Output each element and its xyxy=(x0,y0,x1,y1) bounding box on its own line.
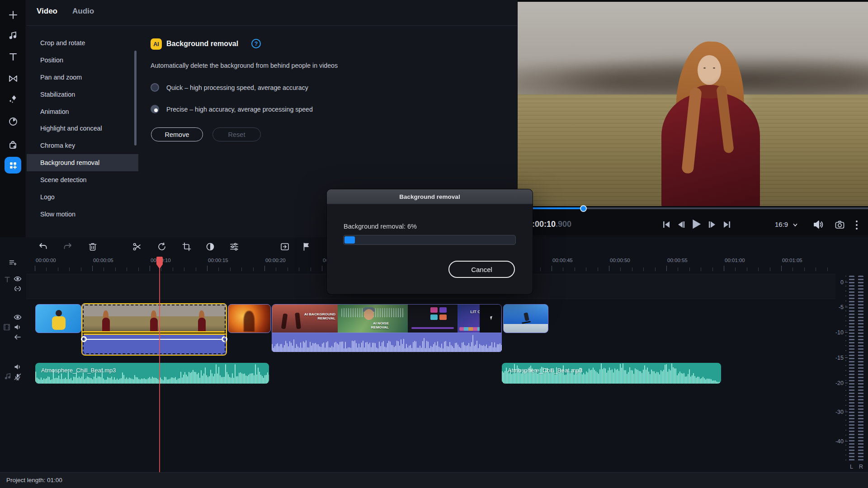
radio-quick[interactable] xyxy=(151,83,159,92)
ai-badge: AI xyxy=(151,38,162,50)
aspect-chevron-icon[interactable] xyxy=(793,222,798,228)
meter-label: -15 xyxy=(831,355,844,361)
dialog-title-bar[interactable]: Background removal xyxy=(327,189,533,204)
video-clip-5[interactable] xyxy=(503,304,548,333)
playhead-marker[interactable] xyxy=(156,257,163,272)
title-track-icon xyxy=(3,276,12,285)
titles-icon[interactable] xyxy=(8,52,19,62)
more-options-icon[interactable] xyxy=(855,220,859,230)
filters-icon[interactable] xyxy=(229,242,239,252)
color-adjustments-icon[interactable] xyxy=(205,242,215,252)
title-track-visibility-icon[interactable] xyxy=(14,275,22,283)
sidebar-item-position[interactable]: Position xyxy=(27,52,138,69)
preview-person-coat xyxy=(661,93,760,206)
marker-flag-icon[interactable] xyxy=(302,242,311,252)
remove-button[interactable]: Remove xyxy=(151,127,203,141)
add-track-icon[interactable] xyxy=(9,258,19,268)
meter-tick xyxy=(845,282,848,282)
radio-precise-label: Precise – high accuracy, average process… xyxy=(166,106,313,113)
sidebar-item-logo[interactable]: Logo xyxy=(27,188,138,206)
music-icon[interactable] xyxy=(8,30,19,41)
video-clip-1[interactable] xyxy=(35,304,81,333)
sidebar-item-highlight-and-conceal[interactable]: Highlight and conceal xyxy=(27,120,138,137)
radio-quick-label: Quick – high processing speed, average a… xyxy=(166,84,308,91)
undo-icon[interactable] xyxy=(38,242,48,252)
sidebar-scrollbar[interactable] xyxy=(134,51,137,145)
help-icon[interactable]: ? xyxy=(251,39,261,48)
play-button[interactable] xyxy=(690,218,703,230)
cancel-button[interactable]: Cancel xyxy=(448,261,515,278)
dialog-progress-bar xyxy=(343,235,516,245)
rotate-icon[interactable] xyxy=(157,242,167,252)
audio-clip-1-label: Atmosphere_Chill_Beat.mp3 xyxy=(41,367,116,374)
sidebar-item-scene-detection[interactable]: Scene detection xyxy=(27,171,138,188)
playhead-line[interactable] xyxy=(159,257,160,472)
sidebar-item-pan-and-zoom[interactable]: Pan and zoom xyxy=(27,69,138,86)
seek-handle[interactable] xyxy=(580,205,587,212)
transitions-icon[interactable] xyxy=(8,73,19,84)
tab-audio[interactable]: Audio xyxy=(72,7,94,16)
split-icon[interactable] xyxy=(132,242,142,252)
video-track-mute-icon[interactable] xyxy=(14,323,22,331)
overlay-transition-icon[interactable] xyxy=(280,242,290,252)
video-clip-2-selected[interactable] xyxy=(81,303,227,356)
video-clip-4[interactable]: AI BACKGROUND REMOVAL AI NOISE REMOVAL L… xyxy=(272,304,502,333)
redo-icon[interactable] xyxy=(63,242,73,252)
previous-frame-button[interactable] xyxy=(676,220,686,230)
skip-to-start-button[interactable] xyxy=(661,220,671,230)
sidebar-item-crop-and-rotate[interactable]: Crop and rotate xyxy=(27,34,138,52)
next-frame-button[interactable] xyxy=(707,220,717,230)
radio-precise[interactable] xyxy=(151,105,159,113)
ruler-label: 00:00:20 xyxy=(265,258,286,263)
clip2-volume-handle-right[interactable] xyxy=(222,336,227,342)
aspect-ratio-select[interactable]: 16:9 xyxy=(775,221,788,228)
add-media-icon[interactable] xyxy=(8,9,19,20)
clip1-thumbnail xyxy=(56,310,62,316)
video-editor-app: Video Audio Crop and rotate Position Pan… xyxy=(0,0,868,488)
video-track-visibility-icon[interactable] xyxy=(14,313,22,321)
clip4-thumb-background-removal: AI BACKGROUND REMOVAL xyxy=(272,305,338,333)
meter-tick xyxy=(845,332,848,333)
store-icon[interactable] xyxy=(8,140,19,150)
skip-to-end-button[interactable] xyxy=(722,220,732,230)
preview-pane: 00:00:10.900 16:9 Export xyxy=(518,0,868,235)
clip4-overlay-text: AI NOISE REMOVAL xyxy=(362,322,389,330)
sidebar-item-stabilization[interactable]: Stabilization xyxy=(27,86,138,103)
meter-label: -40 xyxy=(831,438,844,445)
clip2-volume-line[interactable] xyxy=(82,339,226,340)
audio-clip-1[interactable]: Atmosphere_Chill_Beat.mp3 xyxy=(35,363,269,384)
clip5-thumbnail xyxy=(524,312,529,321)
crop-icon[interactable] xyxy=(182,242,192,252)
snapshot-icon[interactable] xyxy=(835,220,845,230)
volume-icon[interactable] xyxy=(812,219,824,230)
duration-icon[interactable] xyxy=(8,116,19,127)
sidebar-item-chroma-key[interactable]: Chroma key xyxy=(27,137,138,154)
audio-track-mute-icon[interactable] xyxy=(14,363,22,371)
meter-label: -5 xyxy=(831,304,844,310)
project-length-label: Project length: 01:00 xyxy=(6,477,62,483)
clip2-thumb xyxy=(178,304,226,331)
clip4-linked-audio-waveform[interactable] xyxy=(272,333,502,352)
clip5-thumbnail-board xyxy=(522,321,531,324)
sidebar-item-animation[interactable]: Animation xyxy=(27,103,138,120)
effects-icon[interactable] xyxy=(8,94,19,104)
seek-bar[interactable] xyxy=(518,207,868,209)
dialog-progress-label: Background removal: 6% xyxy=(344,223,417,230)
title-track-link-icon[interactable] xyxy=(14,285,22,293)
audio-clip-2[interactable]: Atmosphere_Chill_Beat.mp3 xyxy=(502,363,721,384)
video-clip-3[interactable] xyxy=(228,304,271,333)
video-track-back-icon[interactable] xyxy=(14,333,22,341)
audio-track-record-muted-icon[interactable] xyxy=(14,373,22,381)
clip2-linked-audio[interactable] xyxy=(82,335,226,355)
audio-track-icon xyxy=(4,372,13,381)
reset-button[interactable]: Reset xyxy=(212,127,261,141)
tab-video[interactable]: Video xyxy=(37,7,57,16)
sidebar-item-background-removal[interactable]: Background removal xyxy=(27,154,138,171)
ruler-label: 00:00:45 xyxy=(552,258,573,263)
sidebar-item-slow-motion[interactable]: Slow motion xyxy=(27,206,138,223)
delete-icon[interactable] xyxy=(88,242,98,252)
meter-tick xyxy=(845,412,848,412)
clip2-volume-handle-left[interactable] xyxy=(81,336,87,342)
ai-tools-icon[interactable] xyxy=(5,157,21,174)
ruler-label: 00:00:05 xyxy=(93,258,113,263)
